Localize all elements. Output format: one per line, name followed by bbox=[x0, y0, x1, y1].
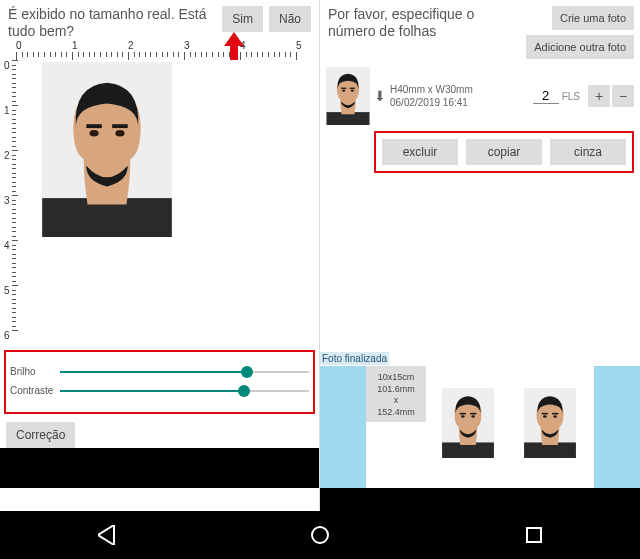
android-navbar bbox=[0, 511, 640, 559]
svg-marker-6 bbox=[98, 525, 114, 545]
correction-button[interactable]: Correção bbox=[6, 422, 75, 448]
left-screen: É exibido no tamanho real. Está tudo bem… bbox=[0, 0, 320, 559]
gray-button[interactable]: cinza bbox=[550, 139, 626, 165]
id-photo-preview bbox=[42, 62, 172, 237]
yes-button[interactable]: Sim bbox=[222, 6, 263, 32]
contrast-slider[interactable] bbox=[60, 390, 309, 392]
photo-thumbnail[interactable] bbox=[326, 67, 370, 125]
brightness-slider[interactable] bbox=[60, 371, 309, 373]
fls-label: FLS bbox=[562, 91, 580, 102]
black-bar bbox=[0, 448, 319, 488]
right-screen: Por favor, especifique o número de folha… bbox=[320, 0, 640, 559]
horizontal-ruler: 0 1 2 3 4 5 bbox=[16, 40, 315, 60]
highlight-arrow-icon bbox=[224, 32, 244, 60]
home-icon[interactable] bbox=[311, 526, 329, 544]
recent-icon[interactable] bbox=[526, 527, 542, 543]
decrement-button[interactable]: − bbox=[612, 85, 634, 107]
vertical-ruler: 0 1 2 3 4 5 6 bbox=[2, 60, 16, 340]
create-photo-button[interactable]: Crie uma foto bbox=[552, 6, 634, 30]
photo-item-row: ⬇ H40mm x W30mm 06/02/2019 16:41 FLS + − bbox=[320, 63, 640, 125]
copy-button[interactable]: copiar bbox=[466, 139, 542, 165]
photo-metadata: H40mm x W30mm 06/02/2019 16:41 bbox=[390, 83, 533, 109]
print-preview-2 bbox=[524, 388, 576, 458]
photo-actions: excluir copiar cinza bbox=[374, 131, 634, 173]
back-icon[interactable] bbox=[98, 525, 114, 545]
finalized-preview-area: Foto finalizada 10x15cm 101.6mm x 152.4m… bbox=[320, 366, 640, 488]
delete-button[interactable]: excluir bbox=[382, 139, 458, 165]
print-preview-1 bbox=[442, 388, 494, 458]
paper-size-info: 10x15cm 101.6mm x 152.4mm bbox=[366, 366, 426, 422]
header-instruction: Por favor, especifique o número de folha… bbox=[328, 6, 526, 40]
adjustment-panel: Brilho Contraste bbox=[4, 350, 315, 414]
add-photo-button[interactable]: Adicione outra foto bbox=[526, 35, 634, 59]
brightness-label: Brilho bbox=[10, 366, 60, 377]
quantity-input[interactable] bbox=[533, 88, 559, 104]
increment-button[interactable]: + bbox=[588, 85, 610, 107]
no-button[interactable]: Não bbox=[269, 6, 311, 32]
header-question: É exibido no tamanho real. Está tudo bem… bbox=[8, 6, 216, 40]
finalized-label: Foto finalizada bbox=[320, 352, 389, 365]
download-icon: ⬇ bbox=[374, 88, 386, 104]
contrast-label: Contraste bbox=[10, 385, 60, 396]
